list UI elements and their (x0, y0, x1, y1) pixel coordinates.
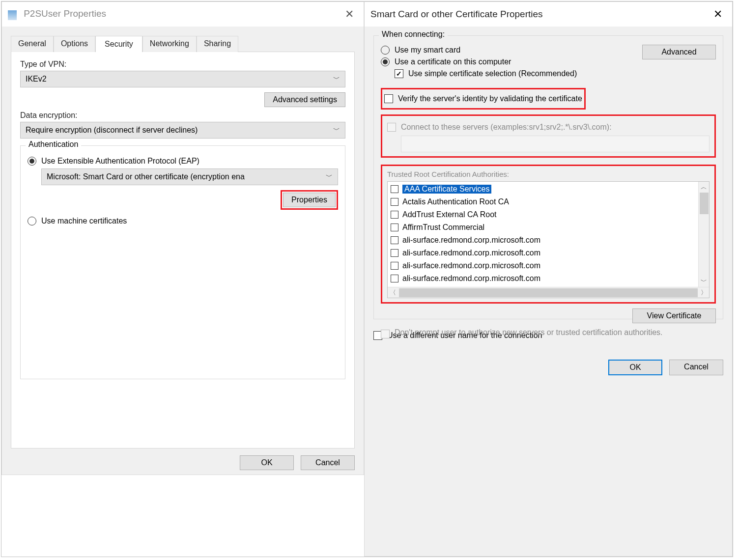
dialog-body: When connecting: Advanced Use my smart c… (365, 27, 732, 556)
titlebar: Smart Card or other Certificate Properti… (365, 2, 732, 27)
chevron-down-icon: ﹀ (333, 126, 340, 135)
titlebar: P2SUser Properties ✕ (2, 2, 364, 27)
scroll-up-icon[interactable]: ︿ (699, 182, 709, 193)
dialog-footer: OK Cancel (11, 455, 355, 470)
scroll-thumb[interactable] (700, 193, 709, 214)
tab-security[interactable]: Security (95, 36, 142, 52)
tab-options[interactable]: Options (54, 36, 95, 52)
radio-icon (28, 157, 36, 166)
ca-item-label: ali-surface.redmond.corp.microsoft.com (402, 261, 540, 270)
ca-list-item[interactable]: ali-surface.redmond.corp.microsoft.com (391, 272, 695, 285)
vertical-scrollbar[interactable]: ︿ ﹀ (698, 182, 709, 287)
checkbox-icon (381, 330, 390, 338)
check-simple-selection[interactable]: Use simple certificate selection (Recomm… (395, 69, 716, 78)
ca-list-item[interactable]: ali-surface.redmond.corp.microsoft.com (391, 259, 695, 272)
radio-use-certificate-label: Use a certificate on this computer (395, 57, 511, 66)
radio-icon (28, 217, 36, 225)
checkbox-icon (391, 198, 398, 206)
trusted-root-label: Trusted Root Certification Authorities: (387, 170, 710, 178)
ca-item-label: Actalis Authentication Root CA (402, 197, 509, 206)
ok-button[interactable]: OK (608, 360, 662, 375)
close-icon[interactable]: ✕ (342, 8, 357, 21)
check-dont-prompt-label: Don't prompt user to authorize new serve… (395, 328, 663, 337)
tab-general[interactable]: General (11, 36, 54, 52)
dialog-title: Smart Card or other Certificate Properti… (370, 9, 543, 20)
when-connecting-legend: When connecting: (379, 30, 448, 39)
ca-item-label: ali-surface.redmond.corp.microsoft.com (402, 274, 540, 283)
tab-networking[interactable]: Networking (142, 36, 197, 52)
trusted-ca-list[interactable]: AAA Certificate ServicesActalis Authenti… (387, 181, 710, 298)
checkbox-icon (391, 224, 398, 231)
p2suser-properties-dialog: P2SUser Properties ✕ General Options Sec… (1, 1, 364, 475)
checkbox-icon (395, 69, 403, 78)
chevron-down-icon: ﹀ (326, 172, 333, 181)
when-connecting-group: When connecting: Advanced Use my smart c… (373, 35, 723, 319)
radio-machine-certs-label: Use machine certificates (41, 217, 127, 225)
radio-icon (381, 57, 390, 66)
ok-button[interactable]: OK (240, 455, 294, 470)
scroll-right-icon[interactable]: 〉 (699, 288, 709, 297)
checkbox-icon (384, 94, 393, 103)
ca-list-item[interactable]: Actalis Authentication Root CA (391, 196, 695, 208)
cancel-button[interactable]: Cancel (669, 360, 723, 375)
checkbox-icon (391, 185, 398, 193)
dialog-title: P2SUser Properties (24, 8, 106, 19)
advanced-settings-button[interactable]: Advanced settings (264, 92, 345, 107)
scroll-left-icon[interactable]: 〈 (388, 288, 398, 297)
vpn-type-value: IKEv2 (26, 75, 47, 84)
checkbox-icon (391, 262, 398, 270)
tab-strip: General Options Security Networking Shar… (11, 35, 355, 52)
checkbox-icon (391, 211, 398, 219)
check-verify-identity-label: Verify the server's identity by validati… (398, 94, 582, 103)
servers-input (401, 136, 710, 152)
ca-list-item[interactable]: ali-surface.redmond.corp.microsoft.com (391, 234, 695, 247)
vpn-type-label: Type of VPN: (20, 60, 345, 69)
ca-item-label: AffirmTrust Commercial (402, 223, 484, 232)
radio-machine-certs[interactable]: Use machine certificates (28, 217, 338, 225)
radio-icon (381, 46, 390, 55)
scroll-thumb[interactable] (399, 288, 698, 297)
check-simple-selection-label: Use simple certificate selection (Recomm… (408, 69, 577, 78)
view-certificate-button[interactable]: View Certificate (632, 308, 716, 323)
check-verify-identity[interactable]: Verify the server's identity by validati… (384, 94, 582, 103)
radio-use-eap[interactable]: Use Extensible Authentication Protocol (… (28, 157, 338, 166)
ca-item-label: AAA Certificate Services (402, 185, 491, 194)
dialog-body: General Options Security Networking Shar… (2, 27, 364, 475)
data-encryption-select[interactable]: Require encryption (disconnect if server… (20, 122, 345, 139)
chevron-down-icon: ﹀ (333, 75, 340, 84)
vpn-type-select[interactable]: IKEv2 ﹀ (20, 71, 345, 87)
check-connect-servers-label: Connect to these servers (examples:srv1;… (401, 123, 612, 132)
scroll-down-icon[interactable]: ﹀ (699, 276, 709, 287)
ca-item-label: ali-surface.redmond.corp.microsoft.com (402, 249, 540, 257)
advanced-button[interactable]: Advanced (642, 45, 716, 59)
ca-list-item[interactable]: AddTrust External CA Root (391, 208, 695, 221)
cancel-button[interactable]: Cancel (301, 455, 355, 470)
ca-list-item[interactable]: AAA Certificate Services (391, 183, 695, 196)
smartcard-properties-dialog: Smart Card or other Certificate Properti… (364, 1, 733, 557)
close-icon[interactable]: ✕ (710, 8, 725, 21)
app-icon (8, 10, 17, 20)
checkbox-icon (391, 236, 398, 244)
checkbox-icon (391, 249, 398, 257)
ca-item-label: AddTrust External CA Root (402, 210, 497, 219)
tab-sharing[interactable]: Sharing (197, 36, 238, 52)
authentication-group: Authentication Use Extensible Authentica… (20, 145, 345, 379)
radio-use-eap-label: Use Extensible Authentication Protocol (… (41, 157, 199, 166)
horizontal-scrollbar[interactable]: 〈 〉 (388, 287, 709, 298)
checkbox-icon (391, 275, 398, 282)
radio-use-smartcard-label: Use my smart card (395, 46, 460, 55)
eap-method-value: Microsoft: Smart Card or other certifica… (47, 172, 245, 181)
data-encryption-value: Require encryption (disconnect if server… (26, 126, 198, 135)
properties-button[interactable]: Properties (283, 193, 336, 207)
authentication-legend: Authentication (26, 140, 81, 149)
data-encryption-label: Data encryption: (20, 111, 345, 120)
ca-list-item[interactable]: AffirmTrust Commercial (391, 221, 695, 234)
checkbox-icon (387, 123, 396, 132)
ca-item-label: ali-surface.redmond.corp.microsoft.com (402, 236, 540, 245)
check-connect-servers: Connect to these servers (examples:srv1;… (387, 123, 710, 132)
eap-method-select[interactable]: Microsoft: Smart Card or other certifica… (41, 168, 338, 185)
ca-list-item[interactable]: ali-surface.redmond.corp.microsoft.com (391, 247, 695, 259)
check-dont-prompt: Don't prompt user to authorize new serve… (381, 328, 716, 338)
security-panel: Type of VPN: IKEv2 ﹀ Advanced settings D… (11, 52, 355, 448)
